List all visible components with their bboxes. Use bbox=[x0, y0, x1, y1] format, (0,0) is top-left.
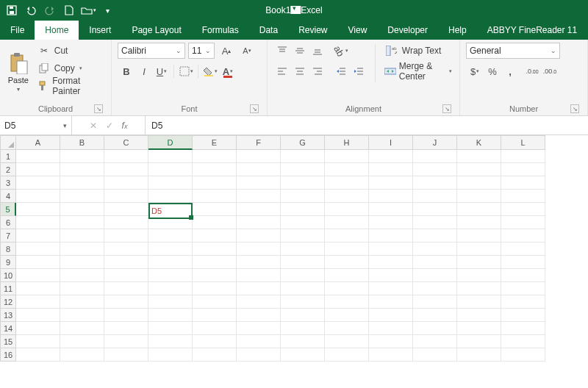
cell[interactable] bbox=[193, 163, 237, 176]
column-header[interactable]: G bbox=[281, 135, 325, 150]
italic-button[interactable]: I bbox=[135, 63, 153, 79]
cell[interactable] bbox=[413, 229, 457, 242]
align-center-icon[interactable] bbox=[291, 63, 309, 79]
number-format-select[interactable]: General⌄ bbox=[466, 43, 560, 59]
cell[interactable] bbox=[237, 282, 281, 295]
cell[interactable] bbox=[281, 348, 325, 362]
new-file-icon[interactable] bbox=[60, 1, 78, 19]
cell[interactable] bbox=[148, 322, 193, 335]
cell[interactable] bbox=[413, 295, 457, 309]
cell[interactable] bbox=[369, 282, 413, 295]
cell[interactable] bbox=[60, 322, 104, 335]
cell[interactable] bbox=[104, 242, 148, 256]
cell[interactable] bbox=[281, 309, 325, 322]
cell[interactable] bbox=[60, 242, 104, 256]
row-header[interactable]: 1 bbox=[0, 150, 16, 163]
cell[interactable] bbox=[281, 269, 325, 282]
undo-icon[interactable] bbox=[22, 1, 40, 19]
cell[interactable] bbox=[237, 256, 281, 269]
cell[interactable] bbox=[148, 190, 193, 203]
cell[interactable] bbox=[16, 242, 60, 256]
column-header[interactable]: B bbox=[60, 135, 104, 150]
number-launcher-icon[interactable]: ↘ bbox=[570, 104, 579, 113]
tab-abbyy-finereader-11[interactable]: ABBYY FineReader 11 bbox=[477, 21, 588, 40]
cell[interactable] bbox=[16, 256, 60, 269]
cell[interactable] bbox=[16, 282, 60, 295]
cell[interactable] bbox=[281, 203, 325, 216]
accounting-format-icon[interactable]: $▾ bbox=[466, 63, 484, 79]
cell[interactable] bbox=[457, 269, 501, 282]
cell[interactable] bbox=[148, 335, 193, 348]
border-button[interactable]: ▾ bbox=[177, 63, 195, 79]
cell[interactable] bbox=[148, 150, 193, 163]
cell[interactable] bbox=[501, 348, 545, 362]
cell[interactable] bbox=[104, 282, 148, 295]
cell[interactable] bbox=[325, 203, 369, 216]
column-header[interactable]: L bbox=[501, 135, 545, 150]
cell[interactable] bbox=[237, 242, 281, 256]
select-all-button[interactable] bbox=[0, 135, 16, 150]
cell[interactable] bbox=[325, 256, 369, 269]
cell[interactable] bbox=[281, 295, 325, 309]
row-header[interactable]: 9 bbox=[0, 256, 16, 269]
row-header[interactable]: 16 bbox=[0, 348, 16, 362]
cell[interactable] bbox=[104, 216, 148, 229]
cell[interactable] bbox=[104, 190, 148, 203]
cell[interactable] bbox=[369, 256, 413, 269]
cell[interactable] bbox=[457, 176, 501, 190]
cell[interactable] bbox=[413, 176, 457, 190]
cell[interactable] bbox=[16, 203, 60, 216]
cell[interactable] bbox=[60, 256, 104, 269]
cell[interactable] bbox=[369, 203, 413, 216]
cell[interactable] bbox=[413, 309, 457, 322]
row-header[interactable]: 5 bbox=[0, 203, 16, 216]
cell[interactable] bbox=[501, 256, 545, 269]
cell[interactable] bbox=[60, 229, 104, 242]
tab-help[interactable]: Help bbox=[438, 21, 477, 40]
row-header[interactable]: 12 bbox=[0, 295, 16, 309]
cell[interactable] bbox=[413, 203, 457, 216]
fx-icon[interactable]: fx bbox=[122, 121, 128, 131]
cell[interactable] bbox=[193, 150, 237, 163]
cell[interactable] bbox=[281, 229, 325, 242]
cell[interactable] bbox=[237, 150, 281, 163]
cell[interactable] bbox=[193, 348, 237, 362]
cell[interactable] bbox=[60, 203, 104, 216]
cell[interactable] bbox=[281, 322, 325, 335]
cell[interactable] bbox=[104, 322, 148, 335]
cell[interactable] bbox=[237, 163, 281, 176]
column-header[interactable]: K bbox=[457, 135, 501, 150]
fill-color-button[interactable]: ▾ bbox=[201, 63, 219, 79]
cell[interactable] bbox=[501, 190, 545, 203]
cell[interactable] bbox=[501, 269, 545, 282]
cell[interactable] bbox=[60, 216, 104, 229]
row-header[interactable]: 13 bbox=[0, 309, 16, 322]
cell[interactable] bbox=[413, 150, 457, 163]
cell[interactable] bbox=[457, 229, 501, 242]
cell[interactable] bbox=[60, 295, 104, 309]
alignment-launcher-icon[interactable]: ↘ bbox=[442, 104, 451, 113]
cell[interactable] bbox=[413, 163, 457, 176]
column-header[interactable]: E bbox=[193, 135, 237, 150]
cell[interactable] bbox=[16, 150, 60, 163]
increase-decimal-icon[interactable]: .0.00 bbox=[523, 63, 541, 79]
cell[interactable] bbox=[325, 335, 369, 348]
cell[interactable] bbox=[413, 216, 457, 229]
cell[interactable] bbox=[148, 282, 193, 295]
comma-format-icon[interactable]: , bbox=[501, 63, 519, 79]
tab-insert[interactable]: Insert bbox=[79, 21, 121, 40]
cell[interactable] bbox=[193, 295, 237, 309]
cell[interactable] bbox=[237, 203, 281, 216]
orientation-icon[interactable]: ab▾ bbox=[332, 43, 350, 59]
cell[interactable] bbox=[148, 295, 193, 309]
cell[interactable] bbox=[237, 309, 281, 322]
bold-button[interactable]: B bbox=[118, 63, 135, 79]
cell[interactable] bbox=[148, 163, 193, 176]
cell[interactable] bbox=[60, 190, 104, 203]
cell[interactable] bbox=[237, 190, 281, 203]
cell[interactable] bbox=[325, 282, 369, 295]
formula-input[interactable]: D5 bbox=[146, 116, 588, 134]
open-folder-icon[interactable]: ▾ bbox=[79, 1, 97, 19]
cell[interactable] bbox=[148, 229, 193, 242]
cell[interactable] bbox=[104, 163, 148, 176]
